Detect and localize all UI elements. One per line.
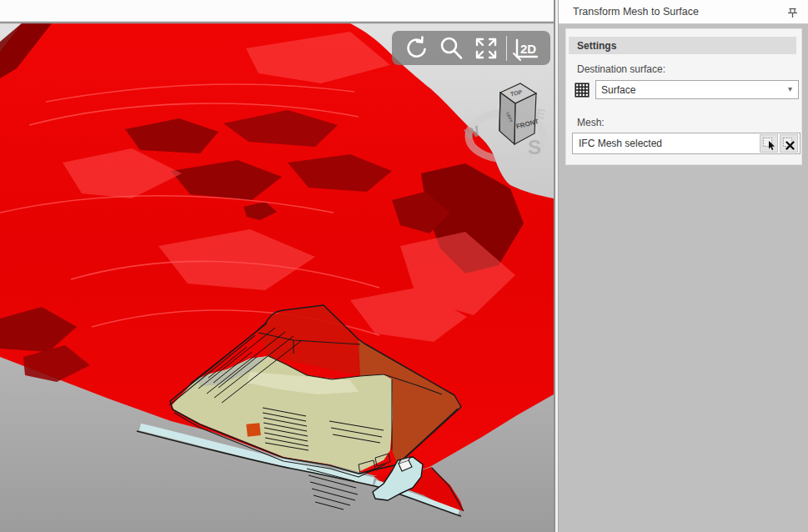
viewport-top-strip bbox=[0, 0, 554, 22]
compass-south-label: S bbox=[528, 136, 541, 158]
mesh-selection-value: IFC Mesh selected bbox=[573, 138, 760, 149]
2d-view-icon[interactable]: 2D bbox=[510, 33, 542, 64]
destination-surface-row: Surface ▾ bbox=[574, 80, 799, 99]
app-window: S W E TOP FRONT LEFT bbox=[0, 0, 808, 532]
view-toolbar: 2D bbox=[392, 31, 550, 65]
mesh-selection-field[interactable]: IFC Mesh selected bbox=[572, 133, 800, 154]
selection-orange-pad bbox=[246, 423, 260, 437]
surface-grid-icon bbox=[574, 82, 590, 98]
orbit-rotate-icon[interactable] bbox=[400, 33, 432, 64]
destination-surface-value: Surface bbox=[596, 84, 635, 96]
select-in-view-button[interactable] bbox=[760, 134, 778, 153]
select-tool-icon bbox=[762, 137, 776, 151]
toolbar-divider bbox=[506, 36, 507, 61]
destination-surface-label: Destination surface: bbox=[577, 63, 665, 75]
settings-card: Settings Destination surface: Surface ▾ … bbox=[565, 28, 802, 165]
mesh-label: Mesh: bbox=[577, 117, 605, 128]
2d-label: 2D bbox=[520, 42, 536, 56]
pin-button[interactable] bbox=[785, 5, 800, 20]
terrain-scene[interactable]: S W E TOP FRONT LEFT bbox=[0, 0, 554, 532]
transform-mesh-panel: Transform Mesh to Surface Settings Desti… bbox=[558, 0, 808, 532]
settings-section-header[interactable]: Settings bbox=[569, 37, 796, 54]
settings-label: Settings bbox=[569, 40, 616, 52]
clear-selection-button[interactable] bbox=[780, 134, 798, 153]
panel-header: Transform Mesh to Surface bbox=[559, 0, 808, 24]
dropdown-caret-icon: ▾ bbox=[788, 84, 792, 93]
clear-selection-icon bbox=[782, 137, 796, 151]
viewport-3d[interactable]: S W E TOP FRONT LEFT bbox=[0, 0, 555, 532]
pin-icon bbox=[786, 7, 799, 19]
destination-surface-dropdown[interactable]: Surface ▾ bbox=[595, 80, 799, 99]
fit-extents-icon[interactable] bbox=[470, 33, 502, 64]
panel-title: Transform Mesh to Surface bbox=[559, 6, 699, 18]
zoom-icon[interactable] bbox=[435, 33, 467, 64]
